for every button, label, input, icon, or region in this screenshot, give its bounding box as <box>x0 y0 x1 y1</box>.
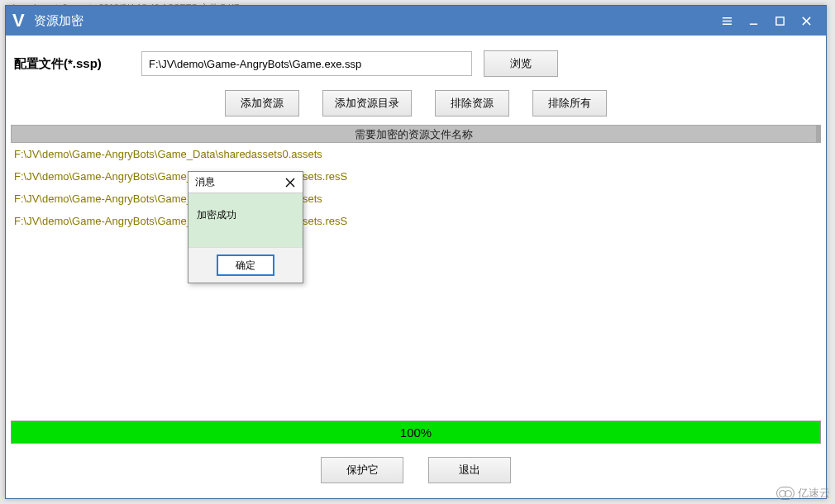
protect-button[interactable]: 保护它 <box>321 457 403 483</box>
dialog-body: 加密成功 <box>188 193 303 247</box>
window-title: 资源加密 <box>34 13 713 29</box>
footer-actions: 保护它 退出 <box>6 449 826 493</box>
dialog-close-icon[interactable] <box>281 174 299 191</box>
svg-rect-0 <box>775 17 783 24</box>
exit-button[interactable]: 退出 <box>428 457 511 483</box>
main-window: V 资源加密 配置文件(*.ssp) 浏览 添加资源 添加资源目录 <box>5 5 827 499</box>
table-row[interactable]: F:\JV\demo\Game-AngryBots\Game_Data\shar… <box>11 210 821 232</box>
close-icon[interactable] <box>793 10 819 31</box>
table-header: 需要加密的资源文件名称 <box>11 125 821 143</box>
dialog-titlebar: 消息 <box>188 172 303 193</box>
maximize-icon[interactable] <box>766 10 793 31</box>
app-logo: V <box>12 10 26 31</box>
action-row: 添加资源 添加资源目录 排除资源 排除所有 <box>6 87 826 125</box>
config-path-input[interactable] <box>141 51 472 76</box>
dialog-title-text: 消息 <box>195 175 215 189</box>
add-resource-dir-button[interactable]: 添加资源目录 <box>322 90 412 116</box>
config-row: 配置文件(*.ssp) 浏览 <box>6 36 826 87</box>
exclude-all-button[interactable]: 排除所有 <box>532 90 607 116</box>
table-row[interactable]: F:\JV\demo\Game-AngryBots\Game_Data\shar… <box>11 143 821 165</box>
table-body[interactable]: F:\JV\demo\Game-AngryBots\Game_Data\shar… <box>11 143 821 416</box>
table-row[interactable]: F:\JV\demo\Game-AngryBots\Game_Data\shar… <box>11 165 821 188</box>
progress-area: 100% <box>11 421 821 444</box>
add-resource-button[interactable]: 添加资源 <box>225 90 299 116</box>
dialog-footer: 确定 <box>188 247 303 283</box>
progress-bar: 100% <box>11 421 821 444</box>
browse-button[interactable]: 浏览 <box>484 50 558 77</box>
watermark-text: 亿速云 <box>798 486 830 501</box>
window-controls <box>713 10 819 31</box>
message-dialog: 消息 加密成功 确定 <box>188 171 303 283</box>
dialog-message: 加密成功 <box>197 209 236 221</box>
titlebar: V 资源加密 <box>6 6 826 36</box>
minimize-icon[interactable] <box>740 10 766 31</box>
watermark: 亿速云 <box>776 486 830 501</box>
config-label: 配置文件(*.ssp) <box>14 56 130 72</box>
exclude-resource-button[interactable]: 排除资源 <box>435 90 509 116</box>
content-area: 配置文件(*.ssp) 浏览 添加资源 添加资源目录 排除资源 排除所有 需要加… <box>6 36 826 498</box>
table-row[interactable]: F:\JV\demo\Game-AngryBots\Game_Data\shar… <box>11 188 821 210</box>
resource-table: 需要加密的资源文件名称 F:\JV\demo\Game-AngryBots\Ga… <box>11 125 821 416</box>
dialog-ok-button[interactable]: 确定 <box>217 254 274 276</box>
menu-icon[interactable] <box>713 10 740 31</box>
watermark-icon <box>776 487 794 500</box>
